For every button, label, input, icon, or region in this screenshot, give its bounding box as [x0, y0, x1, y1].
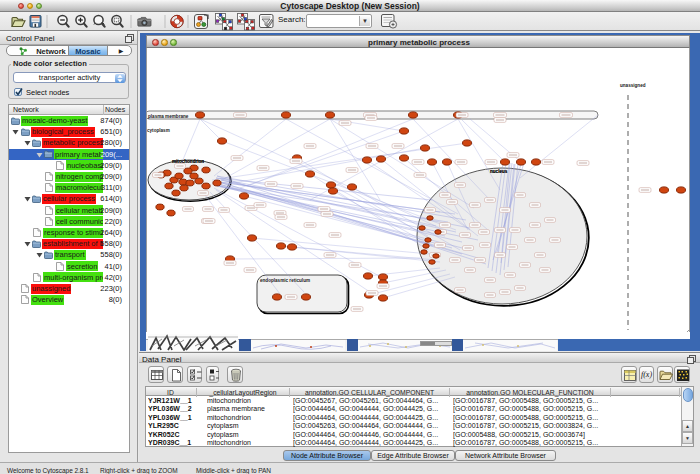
svg-text:unassigned: unassigned	[620, 83, 646, 88]
svg-text:mitochondrion: mitochondrion	[172, 159, 204, 164]
svg-text:cytoplasm: cytoplasm	[147, 128, 170, 133]
svg-text:nucleus: nucleus	[490, 169, 508, 174]
svg-text:endoplasmic reticulum: endoplasmic reticulum	[260, 278, 310, 283]
svg-text:plasma membrane: plasma membrane	[148, 114, 189, 119]
